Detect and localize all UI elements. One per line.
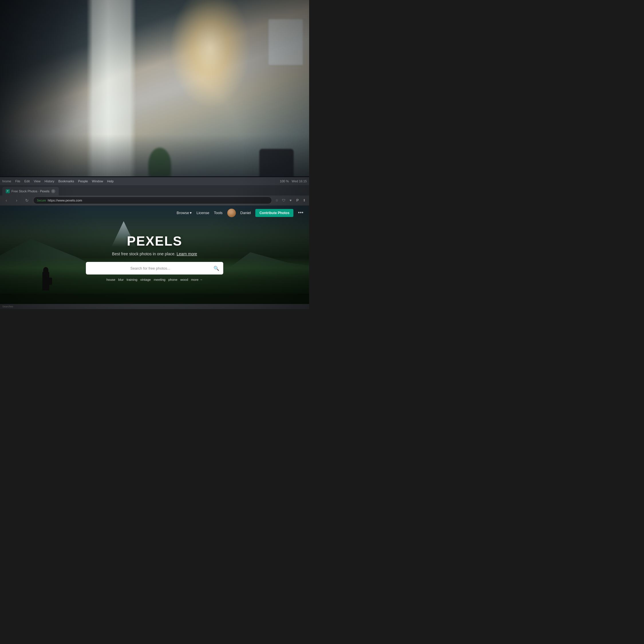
- forward-button[interactable]: ›: [13, 196, 21, 204]
- url-text: https://www.pexels.com: [48, 199, 82, 202]
- toolbar-icons: ☆ 🛡 ♥ 𝗣 ⬆: [274, 198, 307, 203]
- browser-chrome: hrome File Edit View History Bookmarks P…: [0, 177, 309, 206]
- share-icon[interactable]: ⬆: [302, 198, 307, 203]
- battery-indicator: 100 %: [280, 179, 289, 183]
- bookmark-star-icon[interactable]: ☆: [274, 198, 279, 203]
- tag-vintage[interactable]: vintage: [140, 278, 151, 281]
- tab-bar: P Free Stock Photos · Pexels ×: [0, 185, 309, 195]
- clock: Wed 16:15: [292, 179, 307, 183]
- tag-meeting[interactable]: meeting: [154, 278, 165, 281]
- menu-window[interactable]: Window: [92, 179, 103, 183]
- address-bar: ‹ › ↻ Secure https://www.pexels.com ☆ 🛡 …: [0, 195, 309, 206]
- menu-edit[interactable]: Edit: [24, 179, 30, 183]
- monitor-screen: hrome File Edit View History Bookmarks P…: [0, 176, 309, 309]
- tab-favicon: P: [6, 189, 10, 193]
- status-bar: Searches: [0, 304, 309, 309]
- tab-title: Free Stock Photos · Pexels: [11, 189, 50, 193]
- hero-title: PEXELS: [31, 233, 278, 249]
- tools-nav-item[interactable]: Tools: [214, 211, 222, 215]
- browse-chevron-icon: ▾: [190, 211, 192, 215]
- pexels-hero: Browse ▾ License Tools Daniel Contribute…: [0, 206, 309, 309]
- website-content: Browse ▾ License Tools Daniel Contribute…: [0, 206, 309, 309]
- search-box[interactable]: Search for free photos... 🔍: [86, 262, 223, 274]
- menu-app-name[interactable]: hrome: [2, 179, 11, 183]
- menu-bar-right: 100 % Wed 16:15: [280, 179, 307, 183]
- quick-tags: house blur training vintage meeting phon…: [31, 278, 278, 281]
- tag-wood[interactable]: wood: [180, 278, 188, 281]
- active-tab[interactable]: P Free Stock Photos · Pexels ×: [2, 187, 59, 195]
- status-text: Searches: [2, 305, 13, 308]
- avatar-image: [227, 209, 236, 217]
- more-tags-link[interactable]: more →: [191, 278, 203, 281]
- more-options-button[interactable]: •••: [298, 210, 303, 216]
- menu-view[interactable]: View: [34, 179, 41, 183]
- user-name: Daniel: [240, 211, 251, 215]
- search-icon[interactable]: 🔍: [214, 266, 219, 271]
- hero-text-content: PEXELS Best free stock photos in one pla…: [31, 233, 278, 281]
- windows-decoration: [268, 19, 303, 65]
- reload-button[interactable]: ↻: [23, 196, 31, 204]
- tag-training[interactable]: training: [127, 278, 137, 281]
- url-bar[interactable]: Secure https://www.pexels.com: [33, 197, 272, 204]
- menu-file[interactable]: File: [15, 179, 20, 183]
- secure-icon: Secure: [37, 199, 46, 202]
- background-photo: [0, 0, 309, 192]
- menu-people[interactable]: People: [78, 179, 88, 183]
- contribute-photos-button[interactable]: Contribute Photos: [255, 209, 293, 217]
- tag-house[interactable]: house: [106, 278, 115, 281]
- menu-bookmarks[interactable]: Bookmarks: [58, 179, 74, 183]
- menu-bar: hrome File Edit View History Bookmarks P…: [0, 177, 309, 185]
- heart-icon[interactable]: ♥: [288, 198, 293, 203]
- user-avatar[interactable]: [227, 209, 236, 217]
- license-nav-item[interactable]: License: [196, 211, 209, 215]
- pinterest-icon[interactable]: 𝗣: [295, 198, 300, 203]
- shield-icon[interactable]: 🛡: [281, 198, 286, 203]
- search-input[interactable]: Search for free photos...: [90, 266, 211, 270]
- browse-nav-item[interactable]: Browse ▾: [177, 211, 192, 215]
- back-button[interactable]: ‹: [2, 196, 10, 204]
- nav-links: Browse ▾ License Tools Daniel Contribute…: [177, 209, 303, 217]
- tab-close-button[interactable]: ×: [51, 189, 55, 193]
- menu-history[interactable]: History: [45, 179, 54, 183]
- tag-blur[interactable]: blur: [118, 278, 124, 281]
- pexels-navbar: Browse ▾ License Tools Daniel Contribute…: [0, 206, 309, 220]
- learn-more-link[interactable]: Learn more: [177, 252, 197, 256]
- hero-subtitle: Best free stock photos in one place. Lea…: [31, 252, 278, 256]
- menu-help[interactable]: Help: [107, 179, 114, 183]
- browse-label: Browse: [177, 211, 189, 215]
- tag-phone[interactable]: phone: [168, 278, 177, 281]
